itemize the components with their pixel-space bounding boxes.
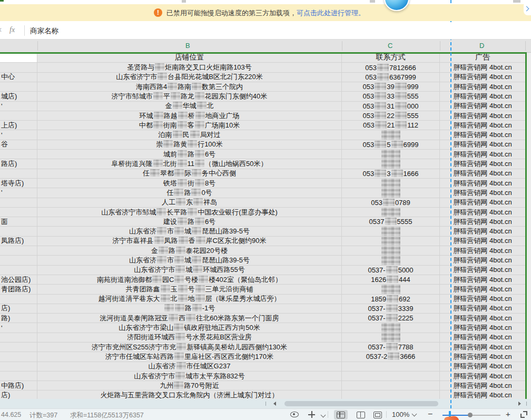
cell-contact[interactable]: 05321112 [342,121,440,130]
cell-ad[interactable]: 胖猫营销网 4bot.cn [440,275,525,284]
cell-store-location[interactable]: 越河街道清平巷东大北地层（咪乐星秀水城店旁） [37,295,342,304]
cell-ad[interactable]: 胖猫营销网 4bot.cn [440,352,525,361]
column-header-D[interactable]: D [479,42,484,50]
cell-store-name[interactable]: 店) [0,390,37,399]
cell-ad[interactable]: 胖猫营销网 4bot.cn [440,130,525,139]
cell-store-name[interactable]: 凤路店) [0,237,37,246]
cancel-icon[interactable]: ✕ [0,26,2,34]
cell-ad[interactable]: 胖猫营销网 4bot.cn [440,73,525,82]
cell-ad[interactable]: 胖猫营销网 4bot.cn [440,333,525,342]
cell-contact[interactable] [342,179,440,188]
cell-store-location[interactable]: 九州路70号附近 [37,381,342,390]
cell-store-location[interactable]: 共青团路鑫玉号三单元沿街商铺 [37,285,342,294]
cell-store-location[interactable]: 人工东祥岛 [37,198,342,207]
cell-store-name[interactable]: 池公园店) [0,275,37,284]
cell-store-name[interactable] [0,169,37,178]
cell-store-name[interactable]: 城店) [0,92,37,101]
cell-contact[interactable]: 0530789 [342,198,440,207]
cell-ad[interactable]: 胖猫营销网 4bot.cn [440,246,525,255]
cell-store-name[interactable]: 中心 [0,73,37,82]
normal-view-button[interactable] [334,410,348,419]
cell-store-location[interactable]: 山东省济市任城区G237 [37,362,342,371]
cell-contact[interactable] [342,208,440,217]
cell-ad[interactable]: 胖猫营销网 4bot.cn [440,304,525,313]
cell-ad[interactable]: 胖猫营销网 4bot.cn [440,372,525,380]
cell-contact[interactable]: 05356999 [342,140,440,149]
cell-ad[interactable]: 胖猫营销网 4bot.cn [440,237,525,246]
cell-contact[interactable] [342,323,440,332]
cell-ad[interactable]: 胖猫营销网 4bot.cn [440,323,525,332]
cell-ad[interactable]: 胖猫营销网 4bot.cn [440,188,525,197]
cell-store-name[interactable] [0,227,37,236]
cell-contact[interactable] [342,188,440,197]
cell-contact[interactable] [342,237,440,246]
formula-input[interactable]: 商家名称 [30,26,58,36]
cell-contact[interactable]: 05333555 [342,92,440,101]
cell-store-location[interactable]: 山东省济宁市邹城长平路中国农业银行(里彦办事处) [37,208,342,217]
cell-store-name[interactable]: ' [0,102,37,111]
cell-store-location[interactable]: 山东省济宁市城环城西路55号 [37,266,342,275]
banner-collapse-button[interactable] [524,2,531,15]
cell-store-name[interactable]: 路) [0,314,37,323]
cell-store-name[interactable] [0,352,37,361]
fx-icon[interactable]: fx [9,26,15,34]
cell-contact[interactable]: 0537-5000 [342,266,440,275]
cell-store-location[interactable]: 济宁市邹城市平路龙花园东门东侧约40米 [37,92,342,101]
cell-store-name[interactable] [0,362,37,371]
cell-store-name[interactable] [0,208,37,217]
scroll-right-arrow[interactable] [518,402,521,406]
cell-store-name[interactable] [0,63,37,72]
header-ad[interactable]: 广告 [440,53,525,62]
cell-store-name[interactable]: 塔寺店) [0,179,37,188]
cell-store-name[interactable] [0,150,37,159]
cell-store-name[interactable] [0,295,37,304]
cell-store-location[interactable]: 洸河街道吴泰闸路冠亚西往北60米路东第一个门面房 [37,314,342,323]
cell-store-name[interactable] [0,111,37,120]
zoom-level[interactable]: 100% [392,411,416,418]
cell-store-name[interactable]: 谷 [0,140,37,149]
cell-contact[interactable] [342,285,440,294]
cell-ad[interactable]: 胖猫营销网 4bot.cn [440,266,525,275]
cell-store-location[interactable]: 城前路6号 [37,150,342,159]
cell-store-location[interactable]: 济宁市任城区车站西路里庙社区-西区西北侧约170米 [37,352,342,361]
cell-contact[interactable]: 0537-23666 [342,352,440,361]
cell-ad[interactable]: 胖猫营销网 4bot.cn [440,227,525,236]
cell-contact[interactable] [342,159,440,168]
cell-store-name[interactable]: ' [0,323,37,332]
cell-store-location[interactable]: 海南西路4路南数第三个院内 [37,82,342,91]
cell-store-location[interactable]: 济宁市兖州区S255济宁市兖新驿镇高吴桥幼儿园西侧约130米 [37,343,342,351]
cell-contact[interactable] [342,372,440,380]
cell-store-location[interactable]: 任路0号 [37,188,342,197]
cell-store-name[interactable]: ' [0,130,37,139]
cell-ad[interactable]: 胖猫营销网 4bot.cn [440,82,525,91]
cell-store-location[interactable]: 任翠都际务中心西侧 [37,169,342,178]
cell-store-name[interactable] [0,82,37,91]
cell-ad[interactable]: 胖猫营销网 4bot.cn [440,314,525,323]
cell-ad[interactable]: 胖猫营销网 4bot.cn [440,295,525,304]
cell-store-location[interactable]: 崇路黄行100米 [37,140,342,149]
scrollbar-thumb[interactable] [284,401,438,406]
cell-contact[interactable]: 05322555 [342,111,440,120]
cell-ad[interactable]: 胖猫营销网 4bot.cn [440,381,525,390]
cell-store-name[interactable]: ' [0,188,37,197]
move-selection-icon[interactable] [308,411,315,418]
cell-ad[interactable]: 胖猫营销网 4bot.cn [440,92,525,101]
cell-store-location[interactable]: 金路泰花园20号楼 [37,246,342,255]
cell-contact[interactable]: 1859692 [342,295,440,304]
cell-ad[interactable]: 胖猫营销网 4bot.cn [440,285,525,294]
cell-ad[interactable]: 胖猫营销网 4bot.cn [440,217,525,226]
cell-store-name[interactable] [0,246,37,255]
cell-store-name[interactable] [0,198,37,207]
cell-store-name[interactable]: 中路店) [0,381,37,390]
header-store-location[interactable]: 店铺位置 [37,53,342,62]
cell-contact[interactable]: 05331666 [342,169,440,178]
cell-ad[interactable]: 胖猫营销网 4bot.cn [440,111,525,120]
cell-store-name[interactable] [0,256,37,265]
cell-store-name[interactable]: 店) [0,304,37,313]
header-contact[interactable]: 联系方式 [342,53,440,62]
cell-ad[interactable]: 胖猫营销网 4bot.cn [440,198,525,207]
cell-store-location[interactable]: 火炬路与五里营路交叉口东北角院内（济洲上城东门对过） [37,390,342,399]
cell-store-name[interactable] [0,372,37,380]
zoom-slider-handle[interactable] [468,413,473,417]
cell-contact[interactable] [342,246,440,255]
